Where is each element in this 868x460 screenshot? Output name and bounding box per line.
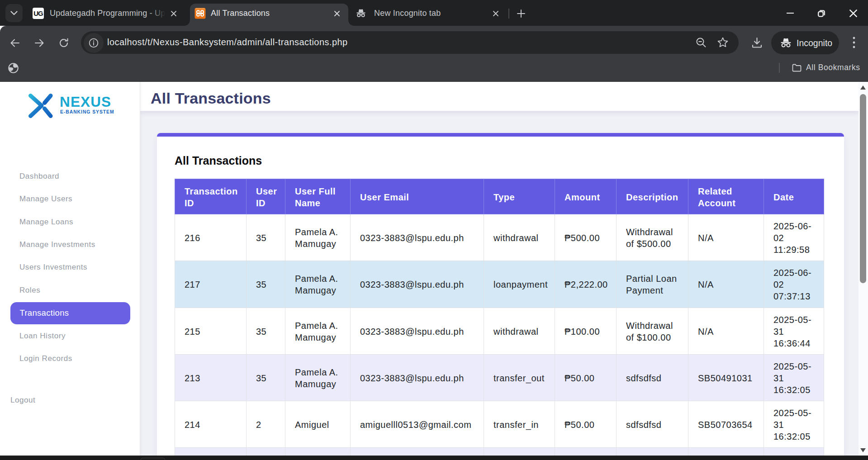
svg-text:NEXUS: NEXUS [60, 94, 111, 110]
svg-text:E-BANKING SYSTEM: E-BANKING SYSTEM [60, 109, 114, 114]
